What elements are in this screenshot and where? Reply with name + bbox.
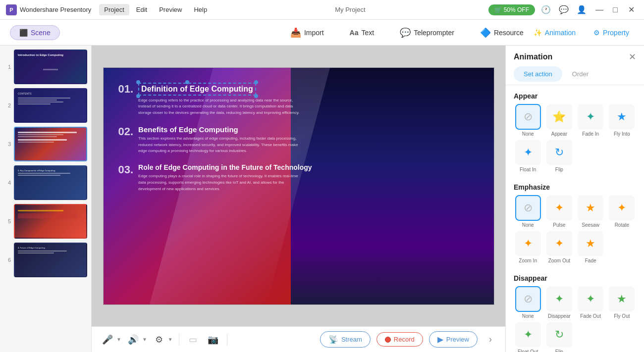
maximize-button[interactable]: □ [608,3,622,17]
animation-item[interactable]: ✨ Animation [529,26,581,40]
emphasize-fade[interactable]: ★ Fade [577,231,605,263]
section-02-heading[interactable]: Benefits of Edge Computing [138,125,307,134]
canvas-area: 01. Definition of Edge Computing [92,46,505,352]
appear-flyinto[interactable]: ★ Fly Into [608,104,636,137]
emphasize-none-label: None [522,222,534,228]
clock-icon-btn[interactable]: 🕐 [539,3,553,17]
titlebar: P Wondershare Presentory Project Edit Pr… [0,0,644,20]
emphasize-grid: ⊘ None ✦ Pulse ★ Seesaw ✦ Rotate ✦ Zoo [514,195,636,263]
settings-chevron[interactable]: ▼ [168,337,173,342]
emphasize-zoomin[interactable]: ✦ Zoom In [514,231,542,263]
appear-floatin-label: Float In [520,167,536,172]
monitor-icon[interactable]: ▭ [185,332,201,348]
slide-number-5: 5 [4,218,11,224]
nav-edit[interactable]: Edit [131,4,152,15]
slide-thumb-3[interactable] [14,127,87,161]
emphasize-pulse-icon: ✦ [546,195,572,221]
slide-item-6[interactable]: 6 4. Future of Edge Computing [4,243,87,277]
appear-fadein[interactable]: ✦ Fade In [577,104,605,137]
section-03-body: Edge computing plays a crucial role in s… [138,173,307,192]
preview-icon: ▶ [437,335,443,344]
disappear-disappear[interactable]: ✦ Disappear [545,286,573,319]
user-icon-btn[interactable]: 👤 [575,3,589,17]
nav-help[interactable]: Help [189,4,212,15]
slide-canvas[interactable]: 01. Definition of Edge Computing [103,67,494,305]
toolbar-right-items: ✨ Animation ⚙ Property [529,26,634,40]
appear-flip-icon: ↻ [546,140,572,165]
main-toolbar: ⬛ Scene 📥 Import Aa Text 💬 Teleprompter … [0,20,644,46]
disappear-fadeout[interactable]: ✦ Fade Out [577,286,605,319]
emphasize-zoomout-icon: ✦ [546,231,572,256]
separator-1 [179,334,179,346]
section-03-heading[interactable]: Role of Edge Computing in the Future of … [138,163,312,171]
emphasize-none[interactable]: ⊘ None [514,195,542,228]
close-button[interactable]: ✕ [624,3,638,17]
preview-button[interactable]: ▶ Preview [429,331,478,348]
minimize-button[interactable]: — [592,3,606,17]
slide-item-2[interactable]: 2 CONTENTS [4,88,87,123]
promo-button[interactable]: 🛒 50% OFF [488,4,535,15]
slide-number-1: 1 [4,64,11,70]
disappear-none[interactable]: ⊘ None [514,286,542,319]
record-button[interactable]: Record [376,332,423,347]
emphasize-pulse[interactable]: ✦ Pulse [545,195,573,228]
settings-icon[interactable]: ⚙ [151,332,167,348]
volume-chevron[interactable]: ▼ [142,337,147,342]
mic-chevron[interactable]: ▼ [116,337,121,342]
resource-item[interactable]: 🔷 Resource [475,24,529,41]
disappear-disappear-label: Disappear [548,313,571,319]
slide-item-5[interactable]: 5 [4,204,87,239]
disappear-fadeout-icon: ✦ [578,286,603,312]
text-icon: Aa [350,29,359,37]
emphasize-rotate-label: Rotate [615,222,629,228]
scene-button[interactable]: ⬛ Scene [10,25,60,40]
appear-appear[interactable]: ⭐ Appear [545,104,573,137]
text-item[interactable]: Aa Text [345,26,379,40]
app-logo: P Wondershare Presentory [6,4,91,15]
volume-icon[interactable]: 🔊 [125,332,141,348]
slide-item-1[interactable]: 1 Introduction to Edge Computing ▬▬▬ [4,50,87,84]
camera-icon[interactable]: 📷 [205,332,221,348]
appear-flip[interactable]: ↻ Flip [545,140,573,172]
emphasize-zoomout[interactable]: ✦ Zoom Out [545,231,573,263]
app-icon: P [6,4,17,15]
property-item[interactable]: ⚙ Property [589,26,634,40]
disappear-floatout[interactable]: ✦ Float Out [514,322,542,352]
slide-1-title: Introduction to Edge Computing [18,53,83,57]
teleprompter-item[interactable]: 💬 Teleprompter [395,24,459,41]
animation-panel: Animation ✕ Set action Order Appear ⊘ No… [505,46,644,352]
bottom-toolbar: 🎤 ▼ 🔊 ▼ ⚙ ▼ ▭ 📷 📡 Stream [92,326,505,352]
disappear-grid: ⊘ None ✦ Disappear ✦ Fade Out ★ Fly Out … [514,286,636,352]
slide-thumb-4[interactable]: 2. Key Components of Edge Computing [14,165,87,200]
stream-button[interactable]: 📡 Stream [320,331,371,348]
appear-grid: ⊘ None ⭐ Appear ✦ Fade In ★ Fly Into [514,104,636,172]
appear-floatin[interactable]: ✦ Float In [514,140,542,172]
slide-thumb-1[interactable]: Introduction to Edge Computing ▬▬▬ [14,50,87,84]
disappear-flip[interactable]: ↻ Flip [545,322,573,352]
section-01-heading[interactable]: Definition of Edge Computing [138,83,256,96]
tab-set-action[interactable]: Set action [514,66,562,82]
tab-order[interactable]: Order [562,66,598,82]
emphasize-none-icon: ⊘ [515,195,541,221]
slide-thumb-2[interactable]: CONTENTS [14,88,87,123]
appear-none[interactable]: ⊘ None [514,104,542,137]
notification-icon-btn[interactable]: 💬 [557,3,571,17]
slide-thumb-5[interactable] [14,204,87,239]
emphasize-seesaw[interactable]: ★ Seesaw [577,195,605,228]
teleprompter-icon: 💬 [400,27,411,38]
slide-item-3[interactable]: 3 [4,127,87,161]
emphasize-rotate[interactable]: ✦ Rotate [608,195,636,228]
slide-thumb-6[interactable]: 4. Future of Edge Computing [14,243,87,277]
disappear-floatout-label: Float Out [518,349,538,352]
nav-chevron-right[interactable]: › [483,333,497,347]
nav-preview[interactable]: Preview [154,4,187,15]
emphasize-fade-icon: ★ [578,231,603,256]
slide-item-4[interactable]: 4 2. Key Components of Edge Computing [4,165,87,200]
disappear-flyout[interactable]: ★ Fly Out [608,286,636,319]
canvas-wrapper[interactable]: 01. Definition of Edge Computing [92,46,505,326]
main-content: 1 Introduction to Edge Computing ▬▬▬ 2 C… [0,46,644,352]
animation-close-button[interactable]: ✕ [629,51,636,62]
mic-icon[interactable]: 🎤 [100,332,115,348]
nav-project[interactable]: Project [99,4,129,15]
import-item[interactable]: 📥 Import [285,24,329,41]
